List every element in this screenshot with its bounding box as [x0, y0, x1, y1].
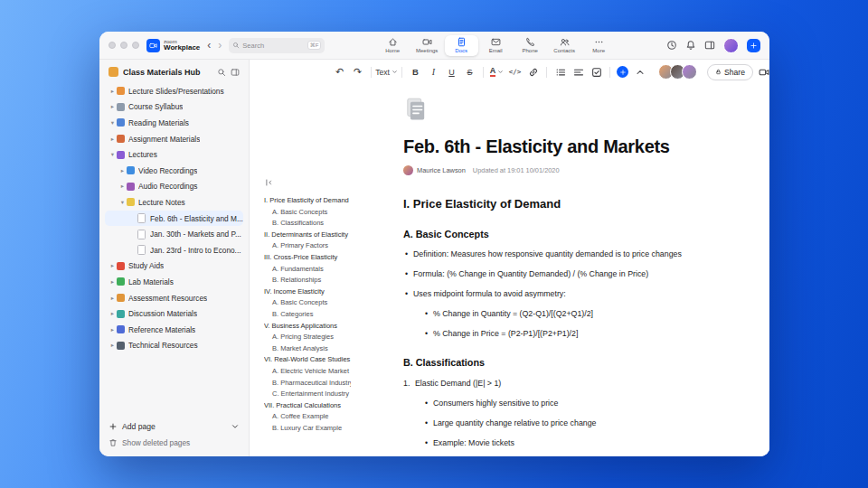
maximize-window-button[interactable]	[132, 42, 139, 49]
code-button[interactable]: </>	[508, 64, 522, 80]
bullet-item[interactable]: •Example: Movie tickets	[423, 438, 709, 448]
nav-tab-docs[interactable]: Docs	[445, 35, 478, 56]
user-avatar[interactable]	[723, 38, 739, 53]
nav-tab-more[interactable]: More	[582, 35, 616, 56]
sidebar-item[interactable]: ▾Reading Materials	[105, 115, 243, 131]
link-button[interactable]	[526, 64, 540, 80]
expand-chevron-icon[interactable]: ▾	[118, 199, 127, 206]
outline-item[interactable]: B. Relationships	[264, 275, 351, 286]
sidebar-item[interactable]: ▸Course Syllabus	[105, 99, 243, 116]
document-title[interactable]: Feb. 6th - Elasticity and Markets	[403, 136, 709, 157]
close-window-button[interactable]	[108, 42, 116, 49]
text-style-dropdown[interactable]: Text	[378, 64, 395, 80]
sidebar-item[interactable]: ▸Assessment Resources	[105, 290, 243, 306]
redo-button[interactable]: ↷	[351, 64, 364, 80]
expand-chevron-icon[interactable]: ▸	[108, 103, 117, 110]
outline-item[interactable]: A. Fundamentals	[264, 264, 351, 276]
expand-chevron-icon[interactable]: ▸	[118, 167, 127, 174]
notifications-icon[interactable]	[685, 40, 696, 51]
sidebar-item[interactable]: ▸Study Aids	[105, 258, 243, 275]
expand-chevron-icon[interactable]: ▸	[108, 326, 117, 333]
expand-chevron-icon[interactable]: ▸	[108, 342, 117, 349]
sidebar-item[interactable]: ▸Audio Recordings	[105, 179, 243, 195]
back-button[interactable]: ‹	[207, 40, 211, 51]
outline-item[interactable]: A. Coffee Example	[264, 411, 351, 423]
collaborator-avatars[interactable]	[658, 64, 697, 80]
expand-chevron-icon[interactable]: ▸	[108, 310, 117, 317]
chevron-down-icon[interactable]	[231, 422, 240, 431]
nav-tab-phone[interactable]: Phone	[514, 35, 547, 56]
nav-tab-meetings[interactable]: Meetings	[410, 35, 444, 56]
expand-chevron-icon[interactable]: ▸	[108, 88, 117, 95]
new-item-button[interactable]	[747, 39, 760, 52]
content-heading[interactable]: I. Price Elasticity of Demand	[403, 197, 709, 211]
share-button[interactable]: Share	[707, 64, 753, 80]
outline-item[interactable]: II. Determinants of Elasticity	[264, 230, 351, 241]
italic-button[interactable]: I	[427, 64, 440, 80]
expand-chevron-icon[interactable]: ▸	[108, 278, 117, 286]
sidebar-item[interactable]: ▸Lab Materials	[105, 274, 243, 290]
start-video-button[interactable]	[758, 64, 769, 80]
outline-item[interactable]: B. Pharmaceutical Industry	[264, 378, 351, 389]
outline-item[interactable]: B. Market Analysis	[264, 343, 351, 355]
nav-tab-email[interactable]: Email	[479, 35, 513, 56]
expand-chevron-icon[interactable]: ▸	[108, 295, 117, 302]
outline-item[interactable]: I. Price Elasticity of Demand	[264, 195, 351, 207]
outline-item[interactable]: A. Electric Vehicle Market	[264, 366, 351, 378]
insert-block-button[interactable]	[617, 66, 628, 78]
expand-chevron-icon[interactable]: ▸	[108, 136, 117, 143]
bulleted-list-button[interactable]	[553, 64, 567, 80]
forward-button[interactable]: ›	[218, 40, 222, 51]
expand-chevron-icon[interactable]: ▸	[118, 183, 127, 190]
undo-button[interactable]: ↶	[333, 64, 346, 80]
sidebar-item[interactable]: Jan. 23rd - Intro to Econo...	[105, 242, 243, 258]
bullet-item[interactable]: •Large quantity change relative to price…	[423, 418, 709, 428]
nav-tab-home[interactable]: Home	[376, 35, 410, 56]
minimize-window-button[interactable]	[120, 42, 127, 49]
outline-item[interactable]: A. Basic Concepts	[264, 207, 351, 219]
expand-chevron-icon[interactable]: ▾	[108, 151, 117, 158]
global-search-input[interactable]: Search ⌘F	[229, 38, 325, 53]
content-subheading[interactable]: A. Basic Concepts	[403, 229, 709, 239]
sidebar-item[interactable]: ▾Lecture Notes	[105, 194, 243, 211]
numbered-item[interactable]: 1.Elastic Demand (|E| > 1)	[403, 379, 709, 389]
bullet-item[interactable]: •Uses midpoint formula to avoid asymmetr…	[403, 289, 709, 299]
sidebar-collapse-icon[interactable]	[231, 68, 240, 77]
bullet-item[interactable]: •Consumers highly sensitive to price	[423, 399, 709, 408]
bullet-item[interactable]: •% Change in Quantity = (Q2-Q1)/[(Q2+Q1)…	[423, 309, 709, 319]
bullet-item[interactable]: •Definition: Measures how responsive qua…	[403, 249, 709, 259]
expand-chevron-icon[interactable]: ▾	[108, 119, 117, 127]
strikethrough-button[interactable]: S	[463, 64, 476, 80]
collapse-toolbar-button[interactable]	[633, 64, 646, 80]
outline-item[interactable]: IV. Income Elasticity	[264, 286, 351, 298]
alignment-button[interactable]	[571, 64, 585, 80]
document-body[interactable]: Feb. 6th - Elasticity and Markets Mauric…	[403, 97, 709, 456]
recents-icon[interactable]	[666, 40, 677, 51]
text-color-button[interactable]: A	[490, 64, 504, 80]
sidebar-item[interactable]: ▸Assignment Materials	[105, 131, 243, 147]
sidebar-item[interactable]: ▸Reference Materials	[105, 322, 243, 338]
outline-item[interactable]: III. Cross-Price Elasticity	[264, 252, 351, 264]
sidebar-item[interactable]: ▸Video Recordings	[105, 163, 243, 179]
layout-toggle-icon[interactable]	[704, 40, 715, 51]
sidebar-item[interactable]: ▸Lecture Slides/Presentations	[105, 83, 243, 99]
sidebar-page-selected[interactable]: Feb. 6th - Elasticity and M...	[105, 211, 243, 227]
bullet-item[interactable]: •Formula: (% Change in Quantity Demanded…	[403, 269, 709, 279]
checklist-button[interactable]	[590, 64, 603, 80]
collapse-outline-icon[interactable]	[264, 178, 273, 187]
outline-item[interactable]: VI. Real-World Case Studies	[264, 354, 351, 366]
show-deleted-pages-button[interactable]: Show deleted pages	[108, 438, 240, 447]
outline-item[interactable]: B. Luxury Car Example	[264, 423, 351, 435]
sidebar-search-icon[interactable]	[217, 68, 226, 77]
outline-item[interactable]: C. Entertainment Industry	[264, 389, 351, 400]
outline-item[interactable]: A. Pricing Strategies	[264, 332, 351, 343]
outline-item[interactable]: VII. Practical Calculations	[264, 400, 351, 412]
underline-button[interactable]: U	[445, 64, 458, 80]
outline-item[interactable]: A. Basic Concepts	[264, 297, 351, 309]
add-page-button[interactable]: Add page	[108, 422, 240, 431]
sidebar-item[interactable]: ▸Technical Resources	[105, 338, 243, 354]
expand-chevron-icon[interactable]: ▸	[108, 262, 117, 269]
sidebar-item[interactable]: Jan. 30th - Markets and P...	[105, 226, 243, 242]
outline-item[interactable]: A. Primary Factors	[264, 240, 351, 252]
bold-button[interactable]: B	[409, 64, 422, 80]
